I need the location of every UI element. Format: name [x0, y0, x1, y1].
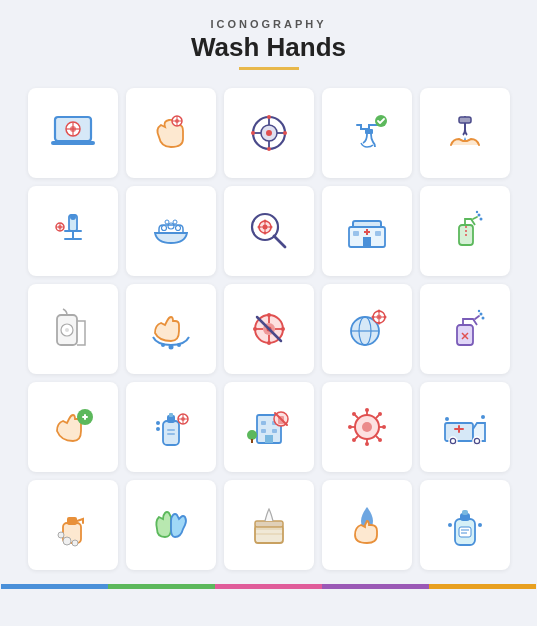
svg-point-106 — [156, 427, 160, 431]
svg-rect-147 — [67, 517, 77, 525]
svg-point-84 — [377, 310, 380, 313]
icon-toilet-paper[interactable] — [28, 284, 118, 374]
svg-rect-158 — [459, 527, 471, 537]
svg-point-18 — [267, 147, 271, 151]
icon-virus-ban[interactable] — [224, 284, 314, 374]
svg-rect-113 — [265, 435, 273, 443]
svg-point-19 — [251, 131, 255, 135]
svg-rect-96 — [84, 414, 86, 420]
footer-bar-purple — [322, 584, 429, 589]
icon-basin-bubbles[interactable] — [126, 186, 216, 276]
svg-point-57 — [465, 230, 467, 232]
footer-bar-orange — [429, 584, 536, 589]
icon-faucet-hands[interactable] — [420, 88, 510, 178]
svg-rect-99 — [169, 413, 173, 417]
svg-rect-105 — [167, 433, 175, 435]
footer-bar-blue — [1, 584, 108, 589]
svg-point-33 — [165, 220, 169, 224]
svg-point-32 — [175, 226, 180, 231]
icon-virus-big[interactable] — [322, 382, 412, 472]
svg-point-62 — [161, 343, 165, 347]
svg-point-141 — [475, 439, 479, 443]
icon-faucet-check[interactable] — [322, 88, 412, 178]
header-title: Wash Hands — [191, 32, 346, 63]
svg-rect-104 — [167, 429, 175, 431]
svg-point-162 — [478, 523, 482, 527]
svg-point-34 — [173, 220, 177, 224]
svg-rect-152 — [255, 521, 283, 527]
svg-point-86 — [371, 316, 374, 319]
svg-point-42 — [263, 232, 266, 235]
icon-globe-virus[interactable] — [322, 284, 412, 374]
svg-point-85 — [377, 322, 380, 325]
svg-point-56 — [465, 226, 467, 228]
svg-point-114 — [247, 430, 257, 440]
title-underline — [239, 67, 299, 70]
svg-line-36 — [274, 236, 285, 247]
svg-point-139 — [451, 439, 455, 443]
icon-gel-bottle[interactable] — [420, 480, 510, 570]
icon-hands-virus[interactable] — [126, 88, 216, 178]
footer-color-bars — [1, 584, 536, 589]
icon-soap-dispenser[interactable] — [28, 480, 118, 570]
svg-point-161 — [448, 523, 452, 527]
icon-microscope[interactable] — [28, 186, 118, 276]
icon-magnifier-virus[interactable] — [224, 186, 314, 276]
svg-point-144 — [481, 415, 485, 419]
svg-point-89 — [479, 313, 482, 316]
icon-sanitizer-bottle[interactable] — [126, 382, 216, 472]
icon-spray-bottle-1[interactable] — [420, 186, 510, 276]
svg-point-124 — [365, 442, 369, 446]
svg-point-122 — [365, 408, 369, 412]
svg-point-150 — [72, 540, 78, 546]
icon-water-drop-hand[interactable] — [322, 480, 412, 570]
svg-line-129 — [355, 415, 358, 418]
svg-rect-21 — [365, 129, 373, 134]
svg-point-61 — [65, 328, 69, 332]
svg-point-44 — [269, 226, 272, 229]
svg-point-58 — [465, 234, 467, 236]
icon-gloves[interactable] — [126, 480, 216, 570]
svg-rect-50 — [353, 231, 359, 236]
svg-point-91 — [477, 310, 479, 312]
svg-point-145 — [445, 417, 449, 421]
icon-hands-water[interactable] — [126, 284, 216, 374]
svg-rect-115 — [251, 439, 253, 443]
svg-rect-49 — [366, 229, 368, 235]
svg-point-25 — [70, 214, 76, 220]
icon-spray-bottle-2[interactable] — [420, 284, 510, 374]
svg-point-20 — [283, 131, 287, 135]
icon-virus-circle[interactable] — [224, 88, 314, 178]
svg-point-41 — [263, 220, 266, 223]
svg-point-90 — [481, 317, 484, 320]
svg-point-63 — [168, 345, 173, 350]
svg-rect-109 — [261, 421, 266, 425]
footer-bar-pink — [215, 584, 322, 589]
svg-line-135 — [376, 436, 379, 439]
svg-point-130 — [352, 412, 356, 416]
svg-point-134 — [352, 438, 356, 442]
svg-point-128 — [382, 425, 386, 429]
svg-point-87 — [383, 316, 386, 319]
svg-line-131 — [376, 415, 379, 418]
icon-building-no-phone[interactable] — [224, 382, 314, 472]
footer-bar-green — [108, 584, 215, 589]
svg-point-75 — [281, 327, 285, 331]
svg-point-74 — [253, 327, 257, 331]
icon-hospital[interactable] — [322, 186, 412, 276]
icon-laptop-virus[interactable] — [28, 88, 118, 178]
svg-point-55 — [475, 211, 477, 213]
icon-grid — [28, 80, 510, 580]
icon-hands-plus[interactable] — [28, 382, 118, 472]
svg-rect-157 — [462, 510, 468, 515]
svg-point-149 — [63, 537, 71, 545]
svg-rect-112 — [272, 429, 277, 433]
icon-tissue-box[interactable] — [224, 480, 314, 570]
icon-delivery-truck[interactable] — [420, 382, 510, 472]
svg-point-73 — [267, 341, 271, 345]
svg-point-43 — [257, 226, 260, 229]
svg-point-132 — [378, 412, 382, 416]
svg-point-107 — [156, 421, 160, 425]
svg-point-17 — [267, 115, 271, 119]
svg-point-72 — [267, 313, 271, 317]
